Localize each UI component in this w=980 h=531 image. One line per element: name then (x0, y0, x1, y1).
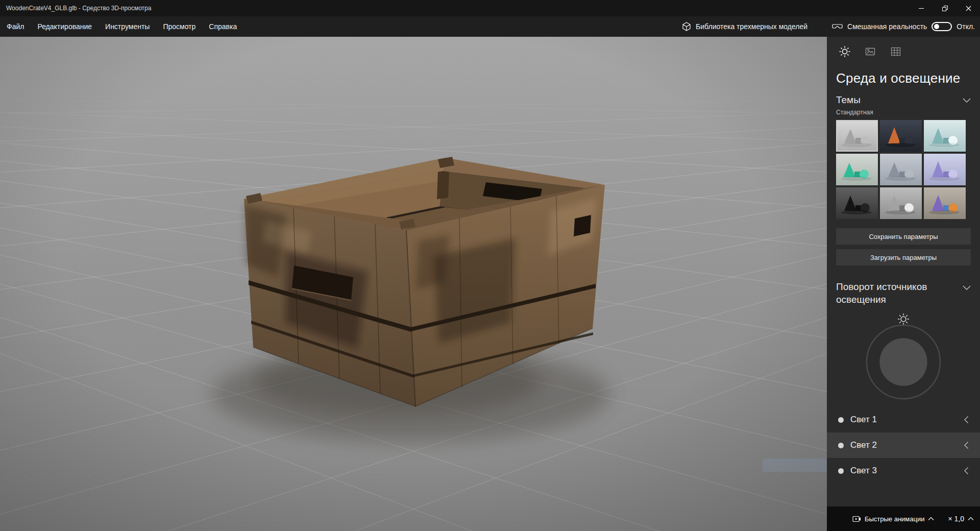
library-label: Библиотека трехмерных моделей (696, 22, 807, 31)
menu-items: Файл Редактирование Инструменты Просмотр… (0, 16, 243, 37)
mixed-reality-toggle[interactable] (932, 22, 952, 31)
light-1-row[interactable]: Свет 1 (836, 407, 971, 432)
3d-cube-icon (681, 21, 692, 32)
window-controls (910, 0, 980, 16)
minimize-icon (919, 8, 924, 9)
menu-view[interactable]: Просмотр (156, 16, 202, 37)
theme-thumbnail-7[interactable] (836, 187, 878, 219)
3d-scene (0, 37, 827, 531)
sun-icon (839, 45, 851, 58)
light-rotation-label: Поворот источников освещения (836, 281, 938, 306)
quick-animations-button[interactable]: Быстрые анимации (865, 515, 925, 523)
menubar: Файл Редактирование Инструменты Просмотр… (0, 16, 980, 37)
right-column: Среда и освещение Темы Стандартная (827, 37, 980, 531)
tab-environment-lighting[interactable] (836, 44, 853, 59)
mixed-reality-label: Смешанная реальность (847, 22, 927, 31)
tab-grid-views[interactable] (887, 44, 904, 59)
chevron-left-icon (964, 416, 969, 424)
tab-capture[interactable] (862, 44, 879, 59)
environment-panel: Среда и освещение Темы Стандартная (827, 37, 980, 506)
grid-icon (890, 46, 901, 57)
theme-thumbnail-8[interactable] (880, 187, 922, 219)
themes-section-header[interactable]: Темы (836, 94, 971, 106)
vignette-overlay (0, 37, 827, 531)
light-1-indicator (838, 417, 844, 423)
light-1-label: Свет 1 (850, 415, 877, 425)
theme-thumbnail-9[interactable] (924, 187, 966, 219)
light-rotation-dial[interactable] (836, 309, 971, 402)
image-icon (865, 46, 876, 57)
chevron-up-icon[interactable] (928, 517, 934, 521)
save-settings-button[interactable]: Сохранить параметры (836, 228, 971, 245)
toggle-knob (934, 24, 939, 29)
mixed-reality-group: Смешанная реальность Откл. (832, 22, 975, 31)
menu-help[interactable]: Справка (202, 16, 243, 37)
chevron-left-icon (964, 467, 969, 475)
dial-sun-handle[interactable] (898, 313, 909, 325)
mixed-reality-headset-icon (832, 22, 843, 31)
library-button[interactable]: Библиотека трехмерных моделей (678, 16, 811, 37)
theme-thumbnail-4[interactable] (836, 154, 878, 185)
menu-file[interactable]: Файл (0, 16, 31, 37)
close-button[interactable] (957, 0, 980, 16)
minimize-button[interactable] (910, 0, 933, 16)
themes-header-label: Темы (836, 94, 861, 106)
theme-thumbnail-6[interactable] (924, 154, 966, 185)
light-2-row[interactable]: Свет 2 (827, 432, 980, 458)
light-rotation-header[interactable]: Поворот источников освещения (836, 281, 971, 306)
restore-button[interactable] (933, 0, 957, 16)
quick-animations-icon (852, 515, 861, 523)
selected-theme-name: Стандартная (836, 109, 971, 116)
window-title: WoodenCrateV4_GLB.glb - Средство 3D-прос… (6, 5, 151, 12)
light-2-indicator (838, 443, 844, 448)
theme-grid (836, 120, 971, 219)
light-2-label: Свет 2 (850, 440, 877, 450)
main-area: Среда и освещение Темы Стандартная (0, 37, 980, 531)
lights-list: Свет 1 Свет 2 Свет 3 (836, 407, 971, 484)
light-3-row[interactable]: Свет 3 (836, 458, 971, 484)
theme-thumbnail-2[interactable] (880, 120, 922, 152)
menu-edit[interactable]: Редактирование (31, 16, 99, 37)
menu-tools[interactable]: Инструменты (99, 16, 156, 37)
theme-thumbnail-standard[interactable] (836, 120, 878, 152)
viewport-3d[interactable] (0, 37, 827, 531)
light-3-label: Свет 3 (850, 466, 877, 476)
playback-speed-button[interactable]: × 1,0 (948, 515, 964, 523)
theme-thumbnail-3[interactable] (924, 120, 966, 152)
panel-tabs (836, 37, 971, 59)
app-window: WoodenCrateV4_GLB.glb - Средство 3D-прос… (0, 0, 980, 531)
animation-bar: Быстрые анимации × 1,0 (827, 506, 980, 531)
menubar-right: Библиотека трехмерных моделей Смешанная … (678, 16, 980, 37)
theme-thumbnail-5[interactable] (880, 154, 922, 185)
mixed-reality-state: Откл. (957, 22, 975, 31)
chevron-down-icon (963, 98, 971, 103)
chevron-down-icon (963, 285, 971, 291)
panel-title: Среда и освещение (836, 70, 971, 86)
close-icon (966, 6, 971, 11)
light-3-indicator (838, 468, 844, 474)
chevron-left-icon (964, 441, 969, 449)
restore-icon (942, 6, 948, 11)
titlebar: WoodenCrateV4_GLB.glb - Средство 3D-прос… (0, 0, 980, 16)
load-settings-button[interactable]: Загрузить параметры (836, 249, 971, 266)
chevron-up-icon[interactable] (968, 517, 974, 521)
